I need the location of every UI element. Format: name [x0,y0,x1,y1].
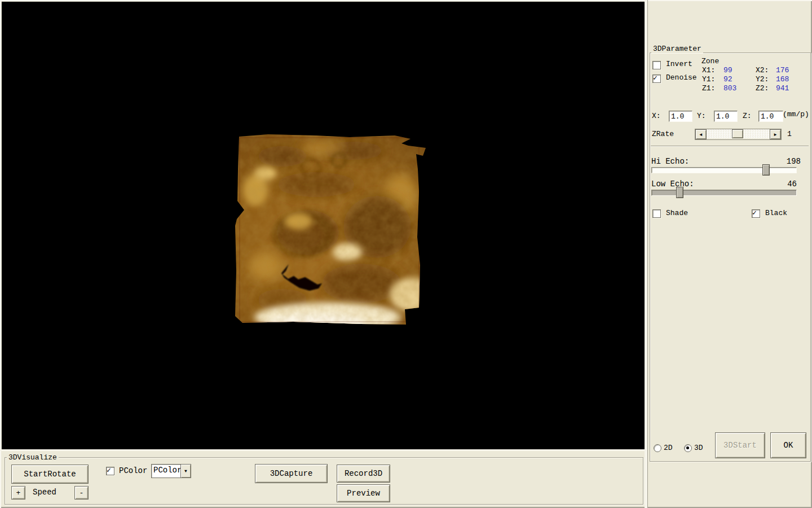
hi-echo-label: Hi Echo: [651,157,689,166]
zrate-scroll-left-icon[interactable]: ◄ [695,129,707,139]
mode-2d-label: 2D [664,444,673,452]
voxel-unit-label: (mm/p) [783,110,809,119]
zone-y1-value: 92 [723,75,732,84]
zone-y2-value: 168 [776,75,789,84]
zone-z1-value: 803 [723,84,736,93]
mode-2d-radio[interactable] [654,444,661,452]
chevron-down-icon[interactable]: ▼ [180,465,191,478]
zone-y2-label: Y2: [756,75,769,84]
parameter-separator [651,146,809,146]
voxel-x-input[interactable] [669,111,692,122]
zone-x1-value: 99 [723,66,732,75]
zone-x1-label: X1: [702,66,715,75]
voxel-z-input[interactable] [758,111,783,122]
voxel-y-label: Y: [697,112,706,120]
denoise-checkbox[interactable]: ✓ [652,75,661,83]
black-label: Black [765,209,787,217]
check-icon: ✓ [653,73,657,82]
zrate-scrollbar-track[interactable] [707,129,770,138]
zone-z1-label: Z1: [702,84,715,93]
zrate-value: 1 [787,130,792,138]
low-echo-value: 46 [778,179,797,189]
voxel-x-label: X: [652,112,661,120]
visualize-group-title: 3DVisualize [7,453,59,462]
zrate-scrollbar-thumb[interactable] [732,129,743,138]
record3d-button[interactable]: Record3D [337,465,390,483]
zone-x2-value: 176 [776,66,789,75]
voxel-y-input[interactable] [714,111,738,122]
low-echo-slider-thumb[interactable] [676,187,683,198]
render-viewport[interactable] [2,2,645,449]
ok-button[interactable]: OK [770,432,806,458]
mode-3d-label: 3D [694,444,703,452]
check-icon: ✓ [107,466,111,475]
speed-minus-button[interactable]: - [74,486,89,500]
pcolor-dropdown[interactable]: PColor ▼ [151,464,191,478]
parameter-group-title: 3DParameter [651,45,703,53]
pcolor-checkbox[interactable]: ✓ [106,467,114,475]
3dcapture-button[interactable]: 3DCapture [255,464,328,483]
zone-y1-label: Y1: [702,75,715,84]
panel-divider-line [647,0,648,508]
zone-title: Zone [701,57,719,65]
mode-3d-radio[interactable] [684,444,692,452]
low-echo-label: Low Echo: [651,179,694,189]
hi-echo-slider-thumb[interactable] [762,164,770,176]
preview-button[interactable]: Preview [337,484,390,502]
denoise-label: Denoise [666,73,697,82]
pcolor-dropdown-value: PColor [152,465,180,478]
bottom-divider-highlight [0,449,645,451]
start-rotate-button[interactable]: StartRotate [11,465,89,484]
low-echo-slider-track[interactable] [651,190,797,196]
3dstart-button[interactable]: 3DStart [715,432,765,458]
speed-label: Speed [33,488,56,497]
zrate-scrollbar[interactable]: ◄ ► [695,129,782,140]
zrate-label: ZRate [652,130,674,138]
zrate-scroll-right-icon[interactable]: ► [770,129,781,139]
zone-x2-label: X2: [756,66,769,75]
voxel-z-label: Z: [743,112,752,120]
zone-z2-value: 941 [776,84,789,93]
application-window: 3DParameter Invert ✓ Denoise Zone X1: 99… [0,0,812,508]
hi-echo-slider-track[interactable] [651,167,797,173]
ultrasound-render [232,131,427,326]
shade-label: Shade [666,209,688,217]
invert-checkbox[interactable] [652,61,661,69]
shade-checkbox[interactable] [652,209,661,218]
zone-z2-label: Z2: [756,84,769,93]
check-icon: ✓ [752,208,757,217]
hi-echo-value: 198 [778,157,801,166]
black-checkbox[interactable]: ✓ [752,209,760,218]
speed-plus-button[interactable]: + [11,486,25,500]
invert-label: Invert [666,60,692,68]
pcolor-label: PColor [119,466,147,475]
